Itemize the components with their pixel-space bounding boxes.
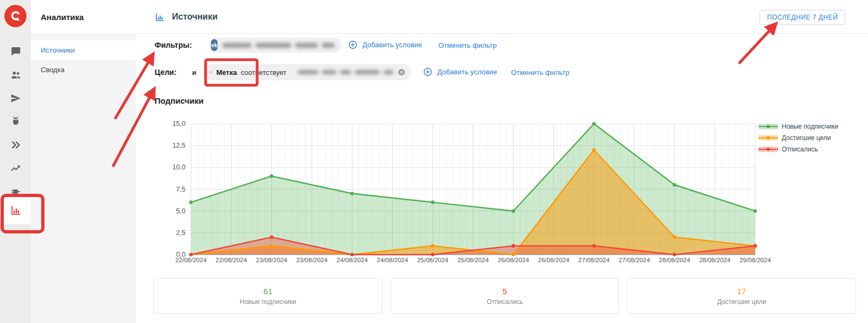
svg-text:26/08/2024: 26/08/2024 — [538, 257, 570, 263]
rail-item-chat[interactable] — [0, 40, 31, 63]
chevrons-icon — [10, 139, 22, 151]
logo-glyph — [9, 9, 23, 23]
svg-text:25/08/2024: 25/08/2024 — [417, 257, 449, 263]
stat-card-unsubscribed: 5 Отписались — [391, 278, 620, 314]
plus-circle-icon — [423, 67, 432, 77]
svg-text:24/08/2024: 24/08/2024 — [377, 257, 409, 263]
stat-value: 17 — [737, 287, 746, 296]
rail-item-send[interactable] — [0, 86, 31, 110]
stats-cards: 61 Новые подписчики5 Отписались17 Достиг… — [154, 278, 856, 314]
rail-item-trending-up[interactable] — [0, 156, 31, 180]
svg-text:5,0: 5,0 — [176, 207, 186, 215]
operator-and: и — [192, 68, 196, 77]
svg-text:25/08/2024: 25/08/2024 — [457, 257, 489, 263]
analytics-page: Аналитика ИсточникиСводка Источники ПОСЛ… — [0, 0, 868, 323]
chat-icon — [10, 46, 22, 58]
svg-text:15,0: 15,0 — [173, 120, 186, 128]
svg-text:23/08/2024: 23/08/2024 — [296, 257, 328, 263]
rail-item-chevrons[interactable] — [0, 133, 31, 156]
svg-text:23/08/2024: 23/08/2024 — [256, 257, 288, 263]
page-title-text: Источники — [172, 12, 218, 22]
sidebar-item-istochniki[interactable]: Источники — [31, 40, 136, 60]
add-condition-button-goals[interactable]: Добавить условие — [423, 67, 497, 77]
legend-label: Достигшие цели — [782, 134, 831, 142]
redacted-goal-value — [298, 70, 393, 74]
users-icon — [10, 69, 22, 81]
svg-text:22/08/2024: 22/08/2024 — [216, 257, 247, 263]
legend-label: Новые подписчики — [782, 123, 838, 130]
svg-text:27/08/2024: 27/08/2024 — [618, 257, 650, 263]
goal-chip-condition: соответствует — [241, 68, 286, 77]
stat-value: 61 — [263, 287, 272, 296]
legend-item[interactable]: Отписались — [758, 143, 838, 155]
sidebar-items: ИсточникиСводка — [31, 40, 136, 79]
svg-text:2,5: 2,5 — [176, 229, 186, 237]
close-icon — [397, 68, 406, 77]
svg-text:12,5: 12,5 — [173, 142, 186, 149]
legend-marker-icon — [758, 135, 778, 141]
svg-text:27/08/2024: 27/08/2024 — [578, 257, 610, 263]
chart-legend: Новые подписчики Достигшие цели Отписали… — [758, 121, 838, 155]
svg-text:29/08/2024: 29/08/2024 — [739, 257, 771, 263]
goals-label: Цели: — [155, 68, 176, 77]
rail-nav — [0, 0, 31, 323]
bar-chart-icon — [10, 204, 22, 216]
svg-text:26/08/2024: 26/08/2024 — [498, 257, 529, 263]
legend-label: Отписались — [782, 145, 818, 153]
goal-chip-name: Метка — [216, 68, 237, 77]
remove-goal-chip-button[interactable] — [397, 68, 406, 77]
tag-icon — [209, 68, 213, 77]
plus-circle-icon — [348, 40, 358, 49]
cancel-filter-button-goals[interactable]: Отменить фильтр — [511, 68, 570, 77]
goal-chip-tag[interactable]: Метка соответствует — [203, 64, 411, 80]
svg-text:24/08/2024: 24/08/2024 — [336, 257, 368, 263]
sidebar-item-svodka[interactable]: Сводка — [31, 60, 136, 79]
svg-text:28/08/2024: 28/08/2024 — [699, 257, 731, 263]
add-condition-label: Добавить условие — [437, 68, 497, 76]
stat-label: Отписались — [487, 298, 523, 306]
bot-icon — [10, 116, 22, 128]
legend-marker-icon — [758, 146, 778, 153]
rail-item-bar-chart[interactable] — [0, 196, 31, 224]
period-selector-button[interactable]: ПОСЛЕДНИЕ 7 ДНЕЙ — [760, 10, 845, 25]
redacted-filter-value — [222, 43, 335, 48]
cancel-filter-button-filters[interactable]: Отменить фильтр — [438, 41, 497, 49]
svg-text:10,0: 10,0 — [173, 163, 186, 171]
svg-text:22/08/2024: 22/08/2024 — [175, 257, 207, 263]
sidebar: Аналитика ИсточникиСводка — [31, 0, 136, 323]
senler-logo[interactable] — [4, 5, 27, 27]
add-condition-label: Добавить условие — [362, 41, 422, 49]
chart-title: Подписчики — [155, 96, 203, 105]
vk-icon: vk — [211, 39, 218, 51]
rail-item-users[interactable] — [0, 63, 31, 86]
svg-text:28/08/2024: 28/08/2024 — [659, 257, 691, 263]
bar-chart-icon — [155, 12, 165, 22]
stat-card-goals-reached: 17 Достигшие цели — [627, 278, 856, 314]
stat-label: Достигшие цели — [717, 298, 767, 306]
legend-marker-icon — [758, 123, 778, 130]
sidebar-title: Аналитика — [31, 0, 136, 34]
main-header — [136, 0, 868, 34]
stat-value: 5 — [502, 287, 507, 296]
legend-item[interactable]: Новые подписчики — [758, 121, 838, 132]
filters-label: Фильтры: — [155, 41, 192, 49]
svg-text:7,5: 7,5 — [176, 186, 186, 193]
trending-up-icon — [10, 162, 22, 174]
stat-label: Новые подписчики — [240, 298, 296, 306]
send-icon — [10, 92, 22, 104]
page-title: Источники — [155, 0, 218, 34]
legend-item[interactable]: Достигшие цели — [758, 132, 838, 143]
add-condition-button-filters[interactable]: Добавить условие — [348, 40, 422, 49]
filter-chip-vk[interactable]: vk — [209, 37, 341, 53]
rail-item-bot[interactable] — [0, 110, 31, 133]
stat-card-new-subscribers: 61 Новые подписчики — [154, 278, 382, 314]
